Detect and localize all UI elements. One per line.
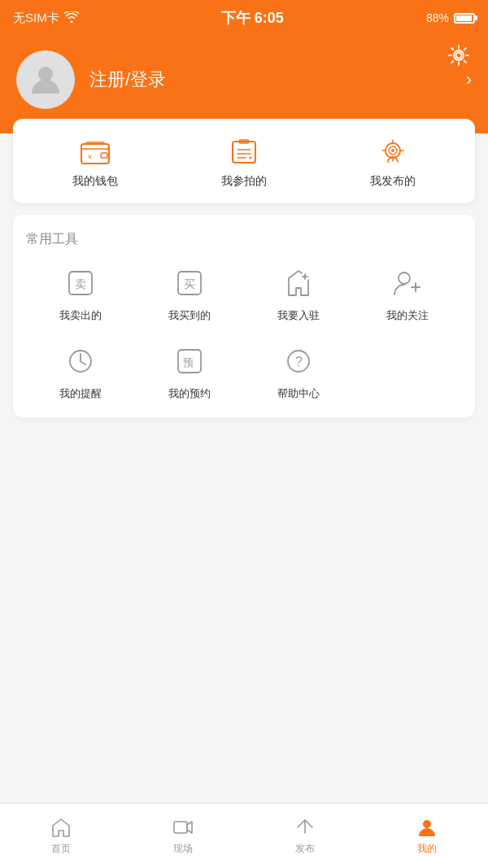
status-right: 88%: [426, 11, 475, 24]
quick-published[interactable]: 我发布的: [318, 137, 467, 189]
quick-wallet[interactable]: ¥ 我的钱包: [21, 137, 170, 189]
tool-reservation[interactable]: 预 我的预约: [135, 342, 244, 401]
follow-icon: [389, 264, 426, 302]
nav-mine-label: 我的: [417, 842, 437, 856]
publish-nav-icon: [294, 816, 316, 839]
tool-settle[interactable]: 我要入驻: [244, 264, 353, 323]
svg-rect-3: [81, 144, 109, 164]
nav-publish[interactable]: 发布: [244, 816, 366, 856]
tool-follow[interactable]: 我的关注: [353, 264, 462, 323]
settings-button[interactable]: [446, 42, 472, 68]
tool-follow-label: 我的关注: [386, 308, 429, 323]
tool-settle-label: 我要入驻: [277, 308, 320, 323]
sim-label: 无SIM卡: [13, 11, 59, 26]
status-left: 无SIM卡: [13, 11, 79, 26]
quick-actions-card: ¥ 我的钱包 我参拍的 我发布的: [13, 119, 475, 203]
svg-text:¥: ¥: [87, 153, 92, 160]
tool-bought[interactable]: 买 我买到的: [135, 264, 244, 323]
avatar: [16, 50, 75, 109]
svg-rect-6: [233, 142, 255, 163]
wallet-icon: ¥: [76, 137, 114, 168]
help-icon: ?: [280, 342, 317, 380]
svg-text:预: 预: [183, 356, 194, 369]
profile-row[interactable]: 注册/登录 ›: [16, 50, 472, 109]
quick-participated[interactable]: 我参拍的: [170, 137, 319, 189]
nav-mine[interactable]: 我的: [366, 816, 488, 856]
quick-wallet-label: 我的钱包: [72, 174, 118, 189]
tools-card: 常用工具 卖 我卖出的 买 我买到的: [13, 215, 475, 417]
chevron-right-icon: ›: [466, 69, 472, 90]
nav-home[interactable]: 首页: [0, 816, 122, 856]
tools-grid: 卖 我卖出的 买 我买到的 我要: [26, 264, 462, 401]
home-nav-icon: [50, 816, 72, 839]
tool-sold[interactable]: 卖 我卖出的: [26, 264, 135, 323]
sold-icon: 卖: [62, 264, 99, 302]
tool-bought-label: 我买到的: [168, 308, 211, 323]
svg-text:买: 买: [184, 277, 195, 290]
svg-point-0: [456, 53, 462, 59]
reservation-icon: 预: [171, 342, 208, 380]
svg-point-16: [399, 273, 410, 284]
svg-text:?: ?: [295, 355, 303, 369]
tool-reminder[interactable]: 我的提醒: [26, 342, 135, 401]
battery-icon: [454, 13, 475, 24]
svg-rect-4: [101, 153, 107, 158]
tools-title: 常用工具: [26, 231, 462, 248]
live-nav-icon: [172, 816, 194, 839]
nav-live-label: 现场: [173, 842, 193, 856]
svg-rect-22: [174, 822, 187, 833]
login-register-text: 注册/登录: [89, 68, 451, 92]
svg-point-23: [423, 820, 431, 828]
nav-live[interactable]: 现场: [122, 816, 244, 856]
status-bar: 无SIM卡 下午 6:05 88%: [0, 0, 488, 36]
tool-sold-label: 我卖出的: [59, 308, 102, 323]
tool-reminder-label: 我的提醒: [59, 386, 102, 401]
quick-published-label: 我发布的: [370, 174, 416, 189]
tool-reservation-label: 我的预约: [168, 386, 211, 401]
mine-nav-icon: [416, 816, 438, 839]
avatar-icon: [28, 61, 63, 98]
svg-point-2: [38, 67, 53, 81]
status-time: 下午 6:05: [221, 8, 284, 28]
tool-help-label: 帮助中心: [277, 386, 320, 401]
svg-point-8: [250, 157, 252, 159]
wifi-icon: [64, 11, 79, 25]
nav-home-label: 首页: [51, 842, 71, 856]
participated-icon: [225, 137, 263, 168]
tool-help[interactable]: ? 帮助中心: [244, 342, 353, 401]
settle-icon: [280, 264, 317, 302]
quick-participated-label: 我参拍的: [221, 174, 267, 189]
reminder-icon: [62, 342, 99, 380]
published-icon: [374, 137, 412, 168]
battery-percent: 88%: [426, 11, 449, 24]
bottom-nav: 首页 现场 发布 我的: [0, 803, 488, 868]
nav-publish-label: 发布: [295, 842, 315, 856]
svg-text:卖: 卖: [75, 277, 86, 290]
bought-icon: 买: [171, 264, 208, 302]
